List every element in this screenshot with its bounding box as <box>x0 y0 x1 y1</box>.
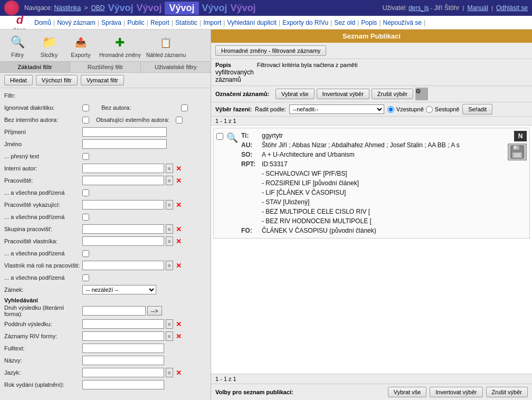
sort-select[interactable]: --neřadit-- <box>289 104 384 114</box>
search-button[interactable]: Hledat <box>4 75 33 85</box>
fulltext-row: Fulltext: <box>4 343 206 354</box>
name-input[interactable] <box>82 139 167 149</box>
owner-role-clear-btn[interactable]: ✕ <box>176 262 182 270</box>
tab-basic-filter[interactable]: Základní filtr <box>0 62 70 72</box>
language-clear-btn[interactable]: ✕ <box>176 369 182 377</box>
owner-role-input[interactable]: -- nevybráno -- <box>82 261 164 270</box>
repeat-browse-btn[interactable]: ≡ <box>166 319 173 329</box>
exports-button[interactable]: 📤 Exporty <box>68 33 94 58</box>
all-sub3-checkbox[interactable] <box>82 250 89 257</box>
filters-button[interactable]: 🔍 Filtry <box>4 33 31 58</box>
volby-cancel-button[interactable]: Zrušit výběr <box>486 387 528 397</box>
owner-workplace-input[interactable]: -- nevybráno -- <box>82 236 164 246</box>
nav-obd-link[interactable]: OBD <box>91 4 104 12</box>
workplace-browse-btn[interactable]: ≡ <box>166 176 173 185</box>
owner-workplace-browse-btn[interactable]: ≡ <box>166 236 173 246</box>
riv-input[interactable]: -- nevybráno -- <box>82 331 164 341</box>
preview-button[interactable]: 📋 Náhled záznamu <box>146 33 186 58</box>
secondary-navigation: d ders Domů | Nový záznam | Správa | Pub… <box>0 16 532 30</box>
nav-exporty-rivu[interactable]: Exporty do RIVu <box>282 19 328 26</box>
folders-button[interactable]: 📁 Složky <box>36 33 62 58</box>
reporting-workplace-browse-btn[interactable]: ≡ <box>166 200 173 209</box>
reporting-workplace-clear-btn[interactable]: ✕ <box>176 201 182 209</box>
without-internal-author-label: Bez interního autora: <box>4 117 82 123</box>
nav-nepouziva-se[interactable]: Nepoužívá se <box>383 19 422 26</box>
all-sub4-checkbox[interactable] <box>82 274 89 281</box>
manual-link[interactable]: Manuál <box>468 4 488 12</box>
without-author-checkbox[interactable] <box>181 104 188 111</box>
nav-report[interactable]: Report <box>150 19 169 26</box>
lock-select[interactable]: -- nezáleží -- <box>82 285 156 294</box>
repeat-clear-btn[interactable]: ✕ <box>176 320 182 328</box>
pub-search-icon[interactable]: 🔍 <box>226 131 238 235</box>
tab-user-filters[interactable]: Uživatelské filtry <box>141 62 211 72</box>
all-sub2-checkbox[interactable] <box>82 214 89 221</box>
pub-n-icon[interactable]: N <box>514 131 527 141</box>
nav-vyvoj2: Vývoj <box>136 3 162 14</box>
sort-button[interactable]: Seřadit <box>462 104 492 115</box>
volby-select-all-button[interactable]: Vybrat vše <box>388 387 427 397</box>
work-group-clear-btn[interactable]: ✕ <box>176 225 182 233</box>
nav-sez-old[interactable]: Sez old <box>334 19 355 26</box>
bulk-changes-button[interactable]: Hromadné změny - filtrované záznamy <box>215 45 326 56</box>
nav-public[interactable]: Public <box>127 19 145 26</box>
tab-extended-filter[interactable]: Rozšířený filtr <box>70 62 140 72</box>
titles-input[interactable] <box>82 356 164 365</box>
au-key: AU: <box>241 140 260 150</box>
volby-invert-button[interactable]: Invertovat výběr <box>430 387 482 397</box>
filters-label: Filtry <box>11 52 24 58</box>
result-type-input[interactable]: Nic nevybráno <box>82 306 146 316</box>
filter-row: Filtr: <box>4 90 206 101</box>
workplace-input[interactable]: -- nevybráno -- <box>82 176 164 185</box>
internal-author-input[interactable]: Štöhr Jiří <box>82 164 164 173</box>
nav-import[interactable]: Import <box>203 19 221 26</box>
riv-clear-btn[interactable]: ✕ <box>176 332 182 340</box>
containing-external-checkbox[interactable] <box>176 117 183 123</box>
language-input[interactable]: -- nevybráno -- <box>82 368 164 377</box>
internal-author-browse-btn[interactable]: ≡ <box>166 164 173 173</box>
nav-vyhledani-duplicit[interactable]: Vyhledání duplicit <box>227 19 277 26</box>
riv-browse-btn[interactable]: ≡ <box>166 331 173 341</box>
without-internal-author-checkbox[interactable] <box>82 117 89 123</box>
year-input[interactable] <box>82 380 164 389</box>
options-icon[interactable]: ⚙ <box>415 88 428 100</box>
nav-domu[interactable]: Domů <box>34 19 51 26</box>
riv-label: Záznamy RIV formy: <box>4 333 82 339</box>
descending-radio[interactable] <box>426 106 433 113</box>
fulltext-input[interactable] <box>82 344 164 353</box>
filter-info: Popis vyfiltrovaných záznamů Filtrovací … <box>211 59 532 86</box>
all-sub1-checkbox[interactable] <box>82 189 89 196</box>
reporting-workplace-input[interactable]: -- nevybráno -- <box>82 200 164 209</box>
work-group-browse-btn[interactable]: ≡ <box>166 224 173 234</box>
clear-filter-button[interactable]: Vymazat filtr <box>81 75 124 85</box>
pub-save-icon[interactable] <box>508 144 527 160</box>
fo-val: ČLÁNEK V ČASOPISU (původní článek) <box>262 226 376 235</box>
internal-author-clear-btn[interactable]: ✕ <box>176 165 182 173</box>
owner-workplace-clear-btn[interactable]: ✕ <box>176 237 182 245</box>
nav-sprava[interactable]: Správa <box>101 19 121 26</box>
default-filter-button[interactable]: Výchozí filtr <box>36 75 78 85</box>
nav-novy-zaznam[interactable]: Nový záznam <box>57 19 96 26</box>
owner-role-browse-btn[interactable]: ≡ <box>166 261 173 270</box>
exact-text-checkbox[interactable] <box>82 153 89 160</box>
panel-title: Seznam Publikací <box>211 30 532 43</box>
surname-input[interactable] <box>82 127 167 137</box>
bulk-changes-toolbar-button[interactable]: ✚ Hromadné změny <box>99 33 141 58</box>
folder-icon: 📁 <box>40 33 59 52</box>
logout-link[interactable]: Odhlásit se <box>496 4 528 12</box>
select-all-button[interactable]: Vybrat vše <box>276 89 315 99</box>
ignore-diacritics-checkbox[interactable] <box>82 104 89 111</box>
result-type-arrow-btn[interactable]: --> <box>147 306 162 316</box>
pub-select-checkbox[interactable] <box>216 133 223 140</box>
user-id-link[interactable]: ders_js <box>408 4 429 12</box>
work-group-input[interactable]: -- nevybráno -- <box>82 224 164 234</box>
nav-popis[interactable]: Popis <box>361 19 377 26</box>
invert-selection-button[interactable]: Invertovat výběr <box>317 89 369 99</box>
nav-statistic[interactable]: Statistic <box>175 19 197 26</box>
repeat-input[interactable]: -- nevybráno -- <box>82 319 164 329</box>
nav-home-link[interactable]: Nástěnka <box>54 4 81 12</box>
workplace-clear-btn[interactable]: ✕ <box>176 177 182 185</box>
cancel-selection-button[interactable]: Zrušit výběr <box>372 89 413 99</box>
ascending-radio[interactable] <box>387 106 394 113</box>
language-browse-btn[interactable]: ≡ <box>166 368 173 377</box>
